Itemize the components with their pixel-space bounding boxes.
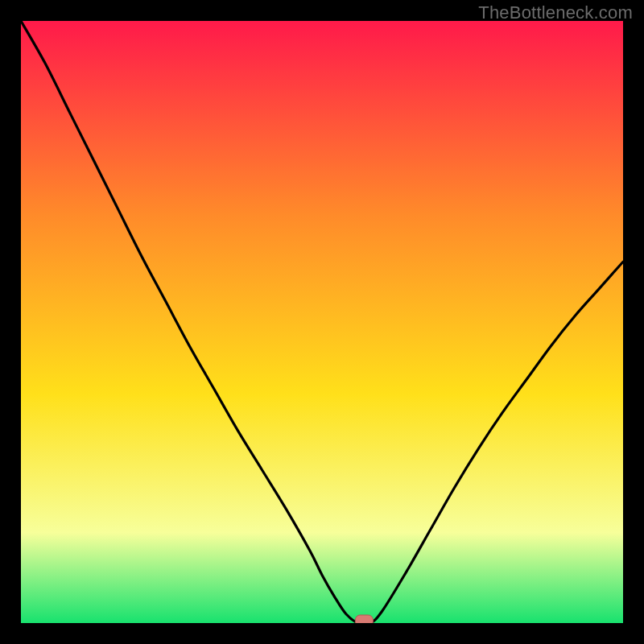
bottleneck-chart: [21, 21, 623, 623]
plot-area: [21, 21, 623, 623]
chart-frame: TheBottleneck.com: [0, 0, 644, 644]
gradient-background: [21, 21, 623, 623]
optimum-marker: [355, 615, 373, 623]
